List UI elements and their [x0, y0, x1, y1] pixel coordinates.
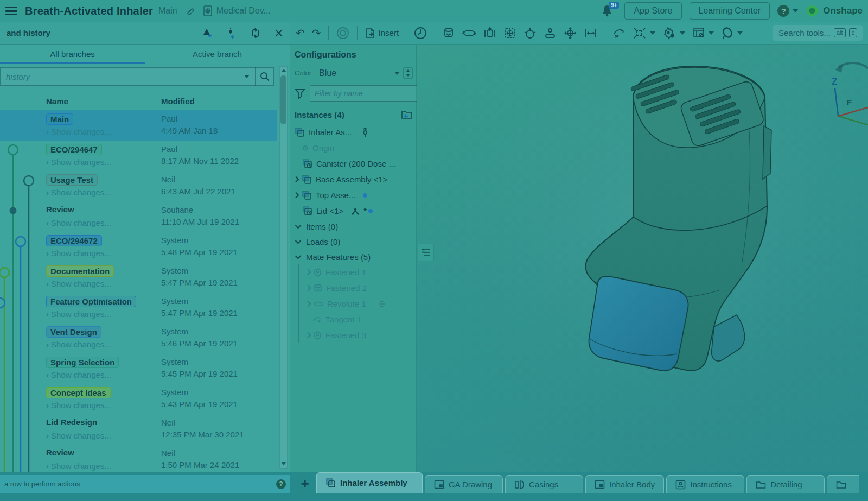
history-row[interactable]: Vent Design ›Show changes... System 5:46…	[0, 323, 277, 353]
tab-instructions[interactable]: Instructions	[666, 475, 744, 493]
tree-item-assembly-root[interactable]: Inhaler As...	[295, 124, 413, 140]
history-search-input[interactable]	[1, 72, 244, 81]
show-changes-link[interactable]: ›Show changes...	[46, 461, 111, 471]
history-scrollbar[interactable]	[279, 66, 288, 469]
planar-mate-icon[interactable]	[503, 27, 516, 40]
history-row[interactable]: Main ›Show changes... Paul 4:49 AM Jan 1…	[0, 110, 277, 141]
search-button[interactable]	[255, 67, 273, 86]
show-changes-link[interactable]: ›Show changes...	[46, 340, 111, 349]
named-positions-icon[interactable]	[662, 27, 685, 40]
chevron-down-icon[interactable]	[244, 75, 250, 78]
pin-slot-mate-icon[interactable]	[544, 27, 557, 40]
chevron-down-icon[interactable]	[295, 224, 302, 229]
show-changes-link[interactable]: ›Show changes...	[46, 431, 111, 440]
tree-item-base-assembly[interactable]: Base Assembly <1>	[295, 172, 413, 187]
document-type-label[interactable]: Medical Dev...	[216, 6, 271, 16]
chevron-right-icon[interactable]	[295, 176, 299, 183]
status-help-icon[interactable]: ?	[276, 479, 286, 489]
workspace-label[interactable]: Main	[158, 6, 177, 16]
help-menu[interactable]: ?	[777, 5, 798, 17]
history-row[interactable]: Review ›Show changes... Neil 1:50 PM Mar…	[0, 445, 277, 472]
share-link-icon[interactable]	[185, 6, 195, 16]
tab-all-branches[interactable]: All branches	[0, 45, 145, 64]
mate-clock-icon[interactable]	[413, 26, 427, 40]
chevron-right-icon[interactable]	[307, 269, 311, 276]
learning-center-button[interactable]: Learning Center	[690, 2, 770, 20]
show-changes-link[interactable]: ›Show changes...	[46, 157, 111, 167]
scroll-down-arrow[interactable]	[281, 462, 286, 465]
mate-revolute-1[interactable]: Revolute 1	[299, 296, 413, 312]
onshape-brand[interactable]: Onshape	[806, 4, 863, 17]
show-changes-link[interactable]: ›Show changes...	[46, 279, 111, 288]
section-lasso-icon[interactable]	[721, 27, 743, 40]
chevron-right-icon[interactable]	[307, 300, 311, 307]
history-row[interactable]: ECO/294672 ›Show changes... System 5:48 …	[0, 232, 277, 262]
filter-funnel-icon[interactable]	[295, 88, 305, 99]
explode-view-icon[interactable]	[633, 27, 655, 40]
configuration-spinner[interactable]	[403, 67, 413, 79]
mate-fastened-3[interactable]: Fastened 3	[299, 327, 413, 343]
section-loads[interactable]: Loads (0)	[295, 234, 413, 249]
model-viewport[interactable]: Z F	[417, 45, 868, 472]
history-row[interactable]: ECO/294647 ›Show changes... Paul 8:17 AM…	[0, 141, 277, 171]
show-changes-link[interactable]: ›Show changes...	[46, 218, 111, 227]
slider-mate-icon[interactable]	[483, 27, 496, 40]
mate-list-flyout-button[interactable]	[418, 244, 434, 261]
scroll-thumb[interactable]	[280, 75, 286, 124]
history-row[interactable]: Spring Selection ›Show changes... System…	[0, 353, 277, 384]
history-row[interactable]: Review ›Show changes... Soufiane 11:10 A…	[0, 201, 277, 232]
tab-inhaler-assembly[interactable]: Inhaler Assembly	[316, 472, 423, 493]
bom-table-icon[interactable]	[692, 27, 714, 40]
scroll-up-arrow[interactable]	[281, 69, 286, 72]
chevron-down-icon[interactable]	[394, 72, 400, 75]
show-changes-link[interactable]: ›Show changes...	[46, 188, 111, 197]
chevron-right-icon[interactable]	[295, 192, 299, 199]
insert-button[interactable]: Insert	[365, 28, 399, 39]
show-changes-link[interactable]: ›Show changes...	[46, 309, 111, 319]
color-value-dropdown[interactable]: Blue	[319, 68, 336, 78]
close-panel-icon[interactable]	[275, 29, 283, 37]
revolute-mate-icon[interactable]	[462, 27, 476, 40]
show-changes-link[interactable]: ›Show changes...	[46, 249, 111, 258]
hamburger-menu-icon[interactable]	[5, 7, 17, 15]
tree-item-top-assembly[interactable]: Top Asse...	[295, 187, 413, 203]
redo-button[interactable]: ↷	[312, 28, 321, 39]
tab-ga-drawing[interactable]: GA Drawing	[425, 475, 503, 493]
create-version-icon[interactable]	[202, 28, 214, 39]
instances-header[interactable]: Instances (4)	[295, 109, 413, 120]
chevron-down-icon[interactable]	[295, 255, 302, 259]
create-branch-icon[interactable]	[227, 27, 237, 39]
tab-partial[interactable]	[827, 475, 859, 493]
mate-fastened-2[interactable]: Fastened 2	[299, 280, 413, 296]
rollback-icon[interactable]	[336, 26, 350, 40]
parallel-mate-icon[interactable]	[584, 27, 598, 39]
notifications-bell-icon[interactable]: 9+	[601, 4, 617, 18]
tab-detailing[interactable]: Detailing	[746, 475, 825, 493]
mate-tangent-1[interactable]: Tangent 1	[299, 312, 413, 327]
insert-folder-icon[interactable]	[401, 109, 413, 120]
tree-item-canister[interactable]: Canister (200 Dose ...	[295, 156, 413, 172]
tree-item-origin[interactable]: Origin	[295, 140, 413, 156]
show-changes-link[interactable]: ›Show changes...	[46, 127, 111, 136]
undo-button[interactable]: ↶	[296, 28, 305, 39]
view-triad[interactable]: Z F	[827, 60, 868, 136]
search-tools[interactable]: Search tools... alt c	[773, 25, 863, 41]
cylindrical-mate-icon[interactable]	[564, 27, 577, 40]
add-tab-button[interactable]: +	[296, 474, 314, 493]
history-row[interactable]: Lid Redesign ›Show changes... Neil 12:35…	[0, 414, 277, 445]
compare-icon[interactable]	[250, 28, 261, 39]
fastened-mate-icon[interactable]	[442, 27, 455, 40]
show-changes-link[interactable]: ›Show changes...	[46, 370, 111, 379]
chevron-right-icon[interactable]	[307, 332, 311, 339]
help-icon[interactable]: ?	[777, 5, 789, 17]
chevron-right-icon[interactable]	[307, 284, 311, 291]
tab-casings[interactable]: Casings	[505, 475, 583, 493]
history-row[interactable]: Feature Optimisation ›Show changes... Sy…	[0, 293, 277, 323]
snap-mode-icon[interactable]	[612, 27, 626, 40]
filter-by-name-input[interactable]	[310, 85, 418, 102]
history-row[interactable]: Usage Test ›Show changes... Neil 6:43 AM…	[0, 171, 277, 201]
chevron-down-icon[interactable]	[295, 239, 302, 244]
section-items[interactable]: Items (0)	[295, 219, 413, 234]
app-store-button[interactable]: App Store	[624, 2, 681, 20]
mate-fastened-1[interactable]: Fastened 1	[299, 264, 413, 280]
